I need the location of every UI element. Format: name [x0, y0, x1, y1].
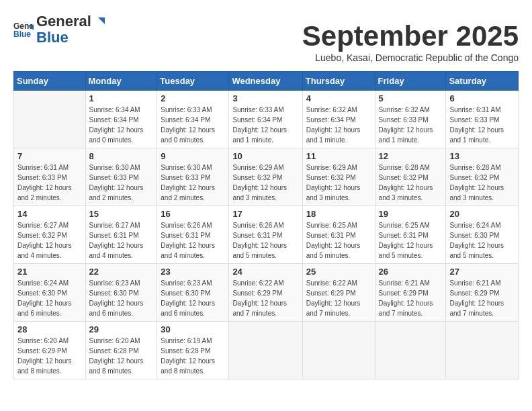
weekday-header-cell: Tuesday: [157, 72, 229, 91]
calendar-body: 1Sunrise: 6:34 AM Sunset: 6:34 PM Daylig…: [14, 91, 519, 379]
day-number: 18: [306, 209, 371, 219]
weekday-header-row: SundayMondayTuesdayWednesdayThursdayFrid…: [14, 72, 519, 91]
day-number: 24: [232, 267, 298, 277]
day-number: 28: [17, 324, 82, 334]
calendar-cell: 12Sunrise: 6:28 AM Sunset: 6:32 PM Dayli…: [375, 148, 446, 206]
weekday-header-cell: Sunday: [14, 72, 86, 91]
calendar-cell: 17Sunrise: 6:26 AM Sunset: 6:31 PM Dayli…: [229, 206, 302, 264]
day-info: Sunrise: 6:27 AM Sunset: 6:32 PM Dayligh…: [17, 220, 82, 261]
day-number: 16: [161, 209, 225, 219]
day-number: 11: [306, 151, 371, 161]
calendar-cell: 25Sunrise: 6:22 AM Sunset: 6:29 PM Dayli…: [302, 264, 375, 322]
calendar-cell: [14, 91, 86, 148]
day-info: Sunrise: 6:26 AM Sunset: 6:31 PM Dayligh…: [232, 220, 298, 261]
weekday-header-cell: Thursday: [302, 72, 375, 91]
day-info: Sunrise: 6:20 AM Sunset: 6:28 PM Dayligh…: [89, 336, 154, 376]
day-number: 23: [161, 267, 225, 277]
day-number: 7: [17, 151, 82, 161]
day-number: 30: [161, 324, 225, 334]
day-number: 10: [232, 151, 298, 161]
day-info: Sunrise: 6:31 AM Sunset: 6:33 PM Dayligh…: [17, 163, 82, 203]
day-info: Sunrise: 6:21 AM Sunset: 6:29 PM Dayligh…: [449, 278, 515, 318]
day-number: 5: [379, 93, 443, 103]
day-info: Sunrise: 6:27 AM Sunset: 6:31 PM Dayligh…: [89, 220, 154, 261]
day-number: 8: [89, 151, 154, 161]
day-number: 22: [89, 267, 154, 277]
day-number: 6: [449, 93, 515, 103]
calendar-cell: [446, 322, 519, 379]
calendar-cell: 15Sunrise: 6:27 AM Sunset: 6:31 PM Dayli…: [85, 206, 157, 264]
day-info: Sunrise: 6:33 AM Sunset: 6:34 PM Dayligh…: [232, 105, 298, 145]
day-info: Sunrise: 6:33 AM Sunset: 6:34 PM Dayligh…: [161, 105, 225, 145]
calendar-cell: 3Sunrise: 6:33 AM Sunset: 6:34 PM Daylig…: [229, 91, 302, 148]
svg-marker-3: [98, 17, 105, 24]
calendar-cell: 27Sunrise: 6:21 AM Sunset: 6:29 PM Dayli…: [446, 264, 519, 322]
logo: General Blue General Blue: [13, 13, 105, 46]
day-number: 3: [232, 93, 298, 103]
day-number: 14: [17, 209, 82, 219]
day-info: Sunrise: 6:29 AM Sunset: 6:32 PM Dayligh…: [232, 163, 298, 203]
calendar-week-row: 7Sunrise: 6:31 AM Sunset: 6:33 PM Daylig…: [14, 148, 519, 206]
calendar-cell: 20Sunrise: 6:24 AM Sunset: 6:30 PM Dayli…: [446, 206, 519, 264]
day-info: Sunrise: 6:25 AM Sunset: 6:31 PM Dayligh…: [306, 220, 371, 261]
logo-icon: General Blue: [13, 19, 34, 40]
calendar-cell: 29Sunrise: 6:20 AM Sunset: 6:28 PM Dayli…: [85, 322, 157, 379]
calendar-cell: 22Sunrise: 6:23 AM Sunset: 6:30 PM Dayli…: [85, 264, 157, 322]
weekday-header-cell: Friday: [375, 72, 446, 91]
day-number: 13: [449, 151, 515, 161]
day-info: Sunrise: 6:31 AM Sunset: 6:33 PM Dayligh…: [449, 105, 515, 145]
calendar-cell: 10Sunrise: 6:29 AM Sunset: 6:32 PM Dayli…: [229, 148, 302, 206]
calendar-cell: 9Sunrise: 6:30 AM Sunset: 6:33 PM Daylig…: [157, 148, 229, 206]
calendar-cell: [229, 322, 302, 379]
month-title: September 2025: [302, 20, 519, 52]
weekday-header-cell: Saturday: [446, 72, 519, 91]
calendar-cell: 4Sunrise: 6:32 AM Sunset: 6:34 PM Daylig…: [302, 91, 375, 148]
day-info: Sunrise: 6:19 AM Sunset: 6:28 PM Dayligh…: [161, 336, 225, 376]
day-info: Sunrise: 6:25 AM Sunset: 6:31 PM Dayligh…: [379, 220, 443, 261]
day-number: 29: [89, 324, 154, 334]
calendar-cell: 14Sunrise: 6:27 AM Sunset: 6:32 PM Dayli…: [14, 206, 86, 264]
day-info: Sunrise: 6:24 AM Sunset: 6:30 PM Dayligh…: [449, 220, 515, 261]
calendar-cell: 23Sunrise: 6:23 AM Sunset: 6:30 PM Dayli…: [157, 264, 229, 322]
calendar-cell: 2Sunrise: 6:33 AM Sunset: 6:34 PM Daylig…: [157, 91, 229, 148]
day-info: Sunrise: 6:26 AM Sunset: 6:31 PM Dayligh…: [161, 220, 225, 261]
svg-text:Blue: Blue: [13, 30, 31, 39]
calendar-cell: 28Sunrise: 6:20 AM Sunset: 6:29 PM Dayli…: [14, 322, 86, 379]
logo-text: General Blue: [36, 13, 105, 46]
day-number: 21: [17, 267, 82, 277]
calendar-cell: 16Sunrise: 6:26 AM Sunset: 6:31 PM Dayli…: [157, 206, 229, 264]
calendar-cell: [302, 322, 375, 379]
calendar: SundayMondayTuesdayWednesdayThursdayFrid…: [13, 71, 519, 379]
calendar-cell: 8Sunrise: 6:30 AM Sunset: 6:33 PM Daylig…: [85, 148, 157, 206]
day-number: 20: [449, 209, 515, 219]
calendar-cell: 18Sunrise: 6:25 AM Sunset: 6:31 PM Dayli…: [302, 206, 375, 264]
calendar-cell: 30Sunrise: 6:19 AM Sunset: 6:28 PM Dayli…: [157, 322, 229, 379]
day-number: 27: [449, 267, 515, 277]
day-info: Sunrise: 6:30 AM Sunset: 6:33 PM Dayligh…: [161, 163, 225, 203]
calendar-cell: 1Sunrise: 6:34 AM Sunset: 6:34 PM Daylig…: [85, 91, 157, 148]
calendar-cell: 21Sunrise: 6:24 AM Sunset: 6:30 PM Dayli…: [14, 264, 86, 322]
day-info: Sunrise: 6:23 AM Sunset: 6:30 PM Dayligh…: [161, 278, 225, 318]
calendar-week-row: 1Sunrise: 6:34 AM Sunset: 6:34 PM Daylig…: [14, 91, 519, 148]
calendar-cell: 5Sunrise: 6:32 AM Sunset: 6:33 PM Daylig…: [375, 91, 446, 148]
weekday-header-cell: Monday: [85, 72, 157, 91]
day-number: 15: [89, 209, 154, 219]
calendar-cell: 6Sunrise: 6:31 AM Sunset: 6:33 PM Daylig…: [446, 91, 519, 148]
subtitle: Luebo, Kasai, Democratic Republic of the…: [13, 52, 519, 63]
day-info: Sunrise: 6:23 AM Sunset: 6:30 PM Dayligh…: [89, 278, 154, 318]
calendar-cell: 19Sunrise: 6:25 AM Sunset: 6:31 PM Dayli…: [375, 206, 446, 264]
day-info: Sunrise: 6:34 AM Sunset: 6:34 PM Dayligh…: [89, 105, 154, 145]
day-number: 9: [161, 151, 225, 161]
day-number: 25: [306, 267, 371, 277]
day-info: Sunrise: 6:20 AM Sunset: 6:29 PM Dayligh…: [17, 336, 82, 376]
calendar-cell: 11Sunrise: 6:29 AM Sunset: 6:32 PM Dayli…: [302, 148, 375, 206]
day-info: Sunrise: 6:32 AM Sunset: 6:33 PM Dayligh…: [379, 105, 443, 145]
day-number: 2: [161, 93, 225, 103]
calendar-cell: [375, 322, 446, 379]
day-number: 1: [89, 93, 154, 103]
day-number: 4: [306, 93, 371, 103]
calendar-week-row: 28Sunrise: 6:20 AM Sunset: 6:29 PM Dayli…: [14, 322, 519, 379]
day-info: Sunrise: 6:29 AM Sunset: 6:32 PM Dayligh…: [306, 163, 371, 203]
calendar-week-row: 14Sunrise: 6:27 AM Sunset: 6:32 PM Dayli…: [14, 206, 519, 264]
day-number: 12: [379, 151, 443, 161]
